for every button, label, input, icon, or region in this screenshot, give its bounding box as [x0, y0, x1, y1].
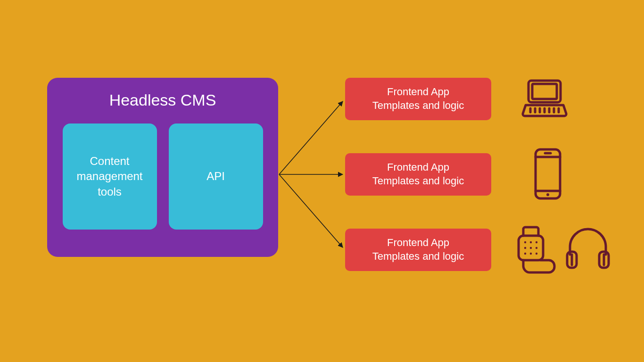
svg-point-21 — [524, 253, 526, 255]
frontend-title: Frontend App — [387, 236, 449, 250]
cms-box-label: Content management tools — [76, 154, 142, 199]
svg-point-20 — [536, 247, 537, 249]
smartwatch-icon — [514, 225, 557, 276]
frontend-box-1: Frontend App Templates and logic — [345, 153, 491, 196]
cms-title: Headless CMS — [47, 91, 278, 109]
svg-rect-1 — [532, 84, 557, 99]
frontend-title: Frontend App — [387, 85, 449, 99]
frontend-title: Frontend App — [387, 161, 449, 174]
laptop-icon — [521, 78, 568, 120]
svg-point-19 — [530, 247, 532, 249]
cms-panel: Headless CMS Content management tools AP… — [47, 78, 278, 257]
cms-box-content-tools: Content management tools — [63, 123, 157, 230]
svg-point-18 — [524, 247, 526, 249]
svg-point-23 — [536, 253, 537, 255]
arrow-api-to-frontend-2 — [279, 174, 343, 247]
frontend-subtitle: Templates and logic — [372, 99, 464, 113]
frontend-subtitle: Templates and logic — [372, 174, 464, 188]
cms-box-api: API — [169, 123, 263, 230]
frontend-subtitle: Templates and logic — [372, 250, 464, 263]
svg-point-15 — [524, 241, 526, 243]
cms-box-label: API — [206, 169, 225, 184]
phone-icon — [533, 148, 563, 200]
cms-boxes-row: Content management tools API — [47, 123, 278, 230]
svg-point-22 — [530, 253, 532, 255]
svg-point-12 — [546, 193, 549, 196]
headphones-icon — [563, 225, 612, 272]
frontend-box-2: Frontend App Templates and logic — [345, 229, 491, 271]
frontend-box-0: Frontend App Templates and logic — [345, 78, 491, 120]
svg-point-16 — [530, 241, 532, 243]
svg-point-17 — [536, 241, 537, 243]
arrow-api-to-frontend-0 — [279, 101, 343, 174]
